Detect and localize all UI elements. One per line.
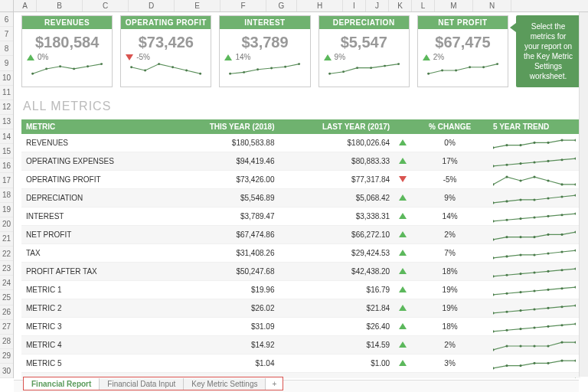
row-header-8[interactable]: 8	[0, 41, 13, 56]
col-last-year[interactable]: LAST YEAR (2017)	[279, 119, 394, 134]
table-row[interactable]: OPERATING EXPENSES$94,419.46$80,883.3317…	[21, 152, 580, 171]
cell-this-year: $3,789.47	[168, 207, 279, 226]
row-header-27[interactable]: 27	[0, 320, 13, 335]
col-metric[interactable]: METRIC	[21, 119, 168, 134]
row-header-29[interactable]: 29	[0, 349, 13, 364]
metric-card-interest[interactable]: INTEREST$3,78914%	[219, 15, 310, 87]
cell-metric: PROFIT AFTER TAX	[21, 263, 168, 281]
column-header-K[interactable]: K	[389, 0, 412, 11]
row-header-23[interactable]: 23	[0, 261, 13, 276]
row-header-20[interactable]: 20	[0, 217, 13, 232]
table-row[interactable]: REVENUES$180,583.88$180,026.640%	[21, 134, 580, 152]
column-header-G[interactable]: G	[266, 0, 297, 11]
row-header-9[interactable]: 9	[0, 56, 13, 70]
row-header-28[interactable]: 28	[0, 335, 13, 349]
svg-point-85	[574, 267, 576, 270]
table-row[interactable]: PROFIT AFTER TAX$50,247.68$42,438.2018%	[21, 263, 580, 281]
row-header-18[interactable]: 18	[0, 188, 13, 203]
sheet-tab-financial-data-input[interactable]: Financial Data Input	[100, 378, 184, 390]
column-header-L[interactable]: L	[412, 0, 435, 11]
svg-point-75	[533, 253, 535, 256]
table-row[interactable]: OPERATING PROFIT$73,426.00$77,317.84-5%	[21, 171, 580, 189]
row-header-17[interactable]: 17	[0, 173, 13, 188]
cell-last-year: $42,438.20	[279, 263, 394, 281]
column-header-J[interactable]: J	[366, 0, 389, 11]
cell-metric: OPERATING PROFIT	[21, 171, 168, 189]
svg-point-41	[547, 159, 549, 162]
metric-card-operating-profit[interactable]: OPERATING PROFIT$73,426-5%	[120, 15, 211, 87]
column-header-H[interactable]: H	[297, 0, 343, 11]
row-header-11[interactable]: 11	[0, 86, 13, 100]
metric-card-revenues[interactable]: REVENUES$180,5840%	[21, 15, 113, 87]
table-row[interactable]: NET PROFIT$67,474.86$66,272.102%	[21, 226, 580, 244]
svg-point-120	[574, 359, 576, 361]
horizontal-scrollbar[interactable]: Financial ReportFinancial Data InputKey …	[14, 380, 579, 392]
table-row[interactable]: METRIC 4$14.92$14.592%	[21, 336, 580, 354]
svg-point-60	[519, 217, 521, 220]
column-header-D[interactable]: D	[129, 0, 175, 11]
row-header-6[interactable]: 6	[0, 12, 13, 27]
svg-point-112	[560, 341, 563, 343]
column-header-B[interactable]: B	[37, 0, 83, 11]
column-header-M[interactable]: M	[435, 0, 473, 11]
arrow-down-icon	[399, 176, 407, 182]
svg-point-51	[493, 201, 495, 204]
row-header-25[interactable]: 25	[0, 290, 13, 305]
table-row[interactable]: METRIC 5$1.04$1.003%	[21, 354, 580, 373]
row-header-13[interactable]: 13	[0, 115, 13, 129]
col-pct-change[interactable]: % CHANGE	[411, 119, 488, 134]
table-row[interactable]: METRIC 3$31.09$26.4018%	[21, 318, 580, 336]
select-all-corner[interactable]	[0, 0, 14, 11]
cell-metric: NET PROFIT	[21, 226, 168, 244]
column-header-N[interactable]: N	[473, 0, 511, 11]
worksheet-canvas[interactable]: REVENUES$180,5840%OPERATING PROFIT$73,42…	[14, 12, 588, 378]
cell-arrow	[394, 336, 411, 354]
add-sheet-button[interactable]: +	[266, 380, 283, 388]
metric-card-depreciation[interactable]: DEPRECIATION$5,5479%	[318, 15, 410, 87]
cell-last-year: $29,424.53	[279, 244, 394, 263]
svg-point-10	[185, 70, 188, 72]
column-header-E[interactable]: E	[175, 0, 220, 11]
cell-arrow	[394, 281, 411, 299]
row-header-14[interactable]: 14	[0, 129, 13, 144]
row-header-19[interactable]: 19	[0, 203, 13, 217]
cell-trend	[488, 226, 580, 244]
table-row[interactable]: INTEREST$3,789.47$3,338.3114%	[21, 207, 580, 226]
table-row[interactable]: METRIC 1$19.96$16.7919%	[21, 281, 580, 299]
cell-trend	[488, 318, 580, 336]
svg-point-78	[574, 249, 576, 251]
row-header-16[interactable]: 16	[0, 158, 13, 173]
cell-arrow	[394, 171, 411, 189]
col-this-year[interactable]: THIS YEAR (2018)	[168, 119, 279, 134]
svg-point-104	[547, 325, 549, 327]
row-header-22[interactable]: 22	[0, 247, 13, 261]
col-trend[interactable]: 5 YEAR TREND	[488, 119, 580, 134]
column-header-F[interactable]: F	[220, 0, 266, 11]
table-row[interactable]: DEPRECIATION$5,546.89$5,068.429%	[21, 189, 580, 207]
row-header-15[interactable]: 15	[0, 144, 13, 158]
row-header-12[interactable]: 12	[0, 100, 13, 115]
arrow-up-icon	[399, 139, 407, 145]
row-header-7[interactable]: 7	[0, 27, 13, 41]
cell-metric: INTEREST	[21, 207, 168, 226]
vertical-scrollbar[interactable]	[579, 12, 588, 377]
column-header-I[interactable]: I	[343, 0, 366, 11]
svg-point-12	[230, 73, 232, 75]
column-header-A[interactable]: A	[14, 0, 37, 11]
card-value: $3,789	[220, 29, 309, 53]
row-header-30[interactable]: 30	[0, 364, 13, 378]
row-header-24[interactable]: 24	[0, 276, 13, 290]
row-header-21[interactable]: 21	[0, 232, 13, 247]
column-header-C[interactable]: C	[83, 0, 129, 11]
sheet-tab-financial-report[interactable]: Financial Report	[24, 378, 100, 390]
svg-point-0	[31, 73, 34, 75]
table-row[interactable]: METRIC 2$26.02$21.8419%	[21, 299, 580, 318]
row-header-26[interactable]: 26	[0, 305, 13, 320]
arrow-up-icon	[27, 54, 34, 60]
table-row[interactable]: TAX$31,408.26$29,424.537%	[21, 244, 580, 263]
row-header-10[interactable]: 10	[0, 71, 13, 86]
svg-point-100	[493, 330, 495, 332]
sheet-tab-key-metric-settings[interactable]: Key Metric Settings	[184, 378, 266, 390]
arrow-up-icon	[399, 305, 407, 311]
metric-card-net-profit[interactable]: NET PROFIT$67,4752%	[417, 15, 508, 87]
